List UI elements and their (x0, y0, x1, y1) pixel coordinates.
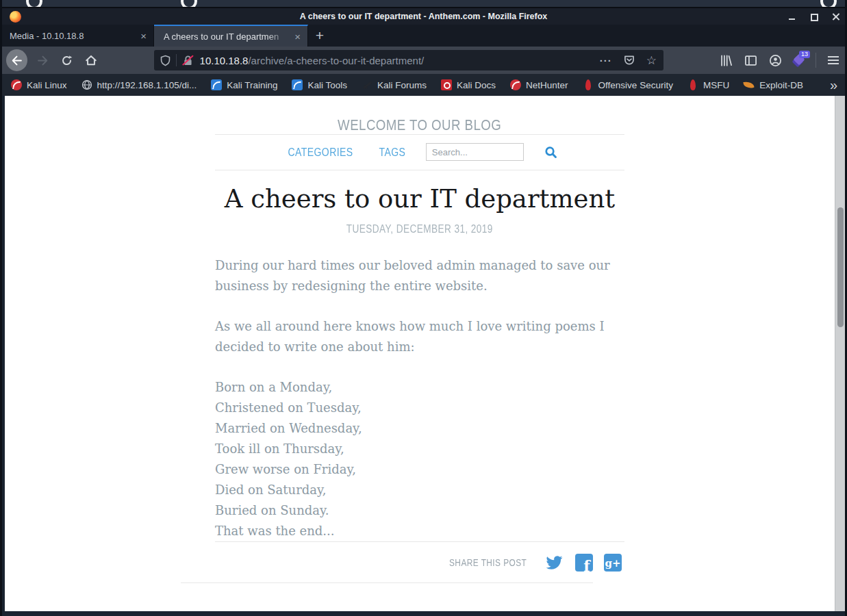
panel-icon-partial (181, 0, 197, 8)
urlbar-divider (176, 54, 177, 66)
blog-nav: CATEGORIES TAGS (215, 135, 624, 170)
kali-forums-icon (362, 79, 372, 90)
library-icon[interactable] (720, 54, 733, 67)
bookmarks-overflow-chevron[interactable]: » (830, 77, 837, 93)
window-border-bottom (2, 611, 845, 616)
tab-label: A cheers to our IT departmen (164, 31, 290, 42)
url-path: /archive/a-cheers-to-our-it-department/ (248, 55, 424, 66)
bookmark-exploit-db[interactable]: Exploit-DB (744, 79, 803, 90)
navigation-toolbar: 10.10.18.8/archive/a-cheers-to-our-it-de… (0, 47, 847, 74)
bookmark-msfu[interactable]: MSFU (687, 79, 729, 90)
tab-label: Media - 10.10.18.8 (10, 31, 136, 41)
blog-header-text: WELCOME TO OUR BLOG (338, 116, 501, 134)
scrollbar-track[interactable] (835, 96, 845, 611)
page-viewport: WELCOME TO OUR BLOG CATEGORIES TAGS A ch… (2, 96, 845, 616)
kali-tools-icon (292, 79, 303, 90)
globe-icon (81, 79, 92, 90)
bookmark-star-icon[interactable]: ☆ (646, 53, 657, 68)
exploit-db-icon (744, 79, 755, 90)
article-title: A cheers to our IT department (215, 184, 624, 214)
poem-line: Married on Wednesday, (215, 418, 624, 439)
article-paragraph: As we all around here knows how much I l… (215, 316, 624, 357)
menu-hamburger-icon[interactable] (828, 56, 839, 64)
kali-docs-icon (441, 79, 452, 90)
panel-icon-partial (26, 0, 42, 8)
bookmark-kali-forums[interactable]: Kali Forums (362, 79, 427, 90)
panel-icon-partial (820, 0, 837, 8)
url-bar[interactable]: 10.10.18.8/archive/a-cheers-to-our-it-de… (154, 50, 663, 70)
window-title: A cheers to our IT department - Anthem.c… (0, 12, 847, 21)
forward-button[interactable] (33, 51, 51, 70)
search-input[interactable] (426, 143, 524, 161)
tab-close-icon[interactable]: × (140, 31, 147, 41)
toolbar-divider (816, 53, 816, 68)
titlebar: A cheers to our IT department - Anthem.c… (0, 8, 847, 25)
poem-line: Born on a Monday, (215, 377, 624, 398)
reload-button[interactable] (58, 51, 76, 70)
tab-bar: Media - 10.10.18.8 × A cheers to our IT … (0, 25, 847, 47)
divider (215, 170, 624, 170)
search-icon[interactable] (544, 146, 557, 159)
article-date: TUESDAY, DECEMBER 31, 2019 (215, 223, 624, 235)
nethunter-icon (510, 79, 521, 90)
divider (181, 582, 593, 583)
share-label: SHARE THIS POST (442, 557, 533, 568)
bookmark-offensive-security[interactable]: Offensive Security (583, 79, 673, 90)
blog-header: WELCOME TO OUR BLOG (215, 116, 624, 134)
kali-training-icon (211, 79, 222, 90)
tab-close-icon[interactable]: × (294, 31, 301, 42)
minimize-button[interactable] (788, 12, 796, 21)
insecure-lock-icon[interactable] (182, 55, 194, 66)
desktop-panel-edge (0, 0, 847, 8)
url-text[interactable]: 10.10.18.8/archive/a-cheers-to-our-it-de… (200, 55, 600, 66)
scrollbar-thumb[interactable] (837, 207, 844, 327)
msfu-icon (687, 79, 698, 90)
googleplus-share-icon[interactable]: g+ (604, 554, 622, 572)
tracking-protection-shield-icon[interactable] (160, 55, 171, 66)
offensive-security-icon (583, 79, 594, 90)
facebook-share-icon[interactable]: f (575, 554, 593, 572)
poem-line: Grew worse on Friday, (215, 459, 624, 480)
sidebar-icon[interactable] (744, 54, 757, 67)
tab-media[interactable]: Media - 10.10.18.8 × (0, 25, 154, 47)
window-border-left (0, 0, 2, 616)
tags-link[interactable]: TAGS (377, 146, 408, 159)
new-tab-button[interactable]: + (308, 25, 331, 47)
bookmark-local-url[interactable]: http://192.168.1.105/di... (81, 79, 197, 90)
bookmarks-bar: Kali Linux http://192.168.1.105/di... Ka… (0, 74, 847, 96)
tab-cheers-active[interactable]: A cheers to our IT departmen × (154, 25, 308, 47)
extension-icon[interactable]: 13 (794, 55, 804, 66)
bookmark-kali-docs[interactable]: Kali Docs (441, 79, 496, 90)
blog-page: WELCOME TO OUR BLOG CATEGORIES TAGS A ch… (5, 96, 835, 611)
back-button[interactable] (6, 49, 27, 71)
pocket-icon[interactable] (623, 54, 635, 66)
bookmark-kali-tools[interactable]: Kali Tools (292, 79, 347, 90)
poem-line: That was the end... (215, 521, 624, 541)
bookmark-kali-linux[interactable]: Kali Linux (11, 79, 67, 90)
extension-badge: 13 (799, 51, 810, 58)
article-poem: Born on a Monday, Christened on Tuesday,… (215, 377, 624, 541)
close-window-button[interactable] (832, 12, 840, 21)
kali-linux-icon (11, 79, 22, 90)
bookmark-kali-training[interactable]: Kali Training (211, 79, 277, 90)
share-section: SHARE THIS POST f g+ (215, 542, 624, 582)
maximize-button[interactable] (810, 12, 818, 21)
article-paragraph: During our hard times our beloved admin … (215, 255, 624, 296)
url-host: 10.10.18.8 (200, 55, 249, 66)
home-button[interactable] (81, 51, 100, 70)
poem-line: Died on Saturday, (215, 480, 624, 500)
bookmark-nethunter[interactable]: NetHunter (510, 79, 568, 90)
poem-line: Buried on Sunday. (215, 500, 624, 521)
page-actions-icon[interactable]: ··· (600, 55, 612, 66)
poem-line: Christened on Tuesday, (215, 398, 624, 418)
account-icon[interactable] (769, 54, 782, 67)
categories-link[interactable]: CATEGORIES (282, 146, 359, 159)
poem-line: Took ill on Thursday, (215, 439, 624, 459)
twitter-share-icon[interactable] (544, 554, 564, 571)
firefox-window: A cheers to our IT department - Anthem.c… (0, 0, 847, 616)
